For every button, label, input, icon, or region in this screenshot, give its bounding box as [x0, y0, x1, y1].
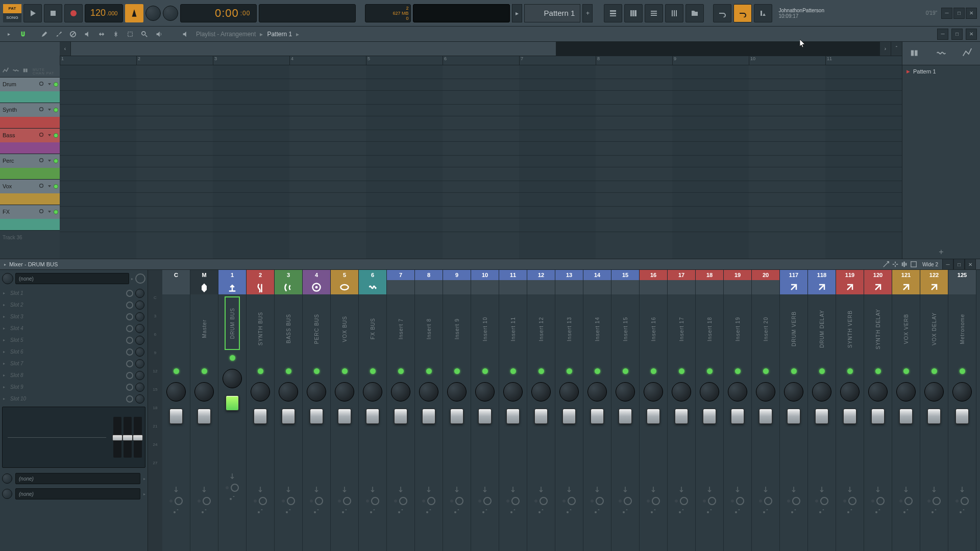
- slot-mix-knob[interactable]: [135, 394, 144, 404]
- metronome-button[interactable]: [125, 4, 143, 22]
- strip-mute-led[interactable]: [567, 368, 572, 374]
- strip-number[interactable]: 3: [275, 270, 302, 280]
- strip-number[interactable]: 122: [920, 270, 948, 280]
- output-knob-1[interactable]: [2, 473, 12, 484]
- strip-label[interactable]: Insert 19: [735, 294, 741, 363]
- strip-mute-led[interactable]: [679, 368, 684, 374]
- mixer-strip-125[interactable]: 125 Metronome ˆ: [948, 270, 976, 551]
- strip-label[interactable]: Insert 8: [426, 294, 432, 363]
- song-position[interactable]: [259, 4, 356, 22]
- track-body-3[interactable]: [0, 168, 60, 180]
- strip-route-icon[interactable]: [930, 486, 938, 493]
- pattern-song-toggle[interactable]: PAT SONG: [3, 4, 21, 22]
- mixer-layout-dropdown[interactable]: Wide 2: [918, 262, 942, 267]
- strip-pan-knob[interactable]: [531, 382, 551, 402]
- strip-label[interactable]: Insert 17: [679, 294, 684, 363]
- strip-select-chevron[interactable]: ˆ: [878, 509, 880, 515]
- strip-route-icon[interactable]: [509, 486, 517, 493]
- mixer-plugin-button[interactable]: [891, 260, 900, 269]
- strip-select-chevron[interactable]: ˆ: [738, 509, 740, 515]
- strip-volume-fader[interactable]: [254, 409, 267, 424]
- track-header-0[interactable]: Drum: [0, 78, 60, 91]
- strip-volume-fader[interactable]: [198, 409, 211, 424]
- fx-slot-7[interactable]: ▸Slot 7: [2, 358, 145, 369]
- track-mute-led[interactable]: [54, 210, 58, 214]
- strip-mute-led[interactable]: [875, 368, 881, 374]
- record-button[interactable]: [64, 4, 83, 22]
- strip-mute-led[interactable]: [454, 368, 460, 374]
- strip-select-chevron[interactable]: ˆ: [513, 509, 515, 515]
- mixer-strip-120[interactable]: 120 SYNTH DELAY ˆ: [864, 270, 892, 551]
- mixer-strip-2[interactable]: 2 SYNTH BUS ˆ: [247, 270, 275, 551]
- track-body-5[interactable]: [0, 219, 60, 231]
- picker-audio-tab[interactable]: [936, 47, 947, 60]
- strip-number[interactable]: 19: [724, 270, 751, 280]
- strip-mute-led[interactable]: [595, 368, 600, 374]
- strip-number[interactable]: 120: [864, 270, 892, 280]
- strip-number[interactable]: 20: [752, 270, 779, 280]
- strip-label[interactable]: SYNTH DELAY: [875, 294, 881, 363]
- strip-route-icon[interactable]: [762, 486, 769, 493]
- strip-pan-knob[interactable]: [587, 382, 607, 402]
- mixer-min-button[interactable]: ─: [942, 259, 953, 270]
- mixer-strip-117[interactable]: 117 DRUM VERB ˆ: [780, 270, 808, 551]
- tool-slice[interactable]: [110, 29, 121, 40]
- pattern-item[interactable]: ▶Pattern 1: [902, 65, 980, 78]
- strip-pan-knob[interactable]: [503, 382, 523, 402]
- playlist-grid[interactable]: ‹ › ˆ 1234567891011: [60, 42, 902, 259]
- strip-number[interactable]: 10: [471, 270, 499, 280]
- strip-route-icon[interactable]: [537, 486, 545, 493]
- strip-mute-led[interactable]: [707, 368, 713, 374]
- strip-route-icon[interactable]: [425, 486, 432, 493]
- tool-mute[interactable]: [82, 29, 93, 40]
- strip-select-chevron[interactable]: ˆ: [710, 509, 712, 515]
- close-button[interactable]: ✕: [966, 8, 977, 19]
- slot-mix-knob[interactable]: [135, 359, 144, 368]
- mixer-strip-19[interactable]: 19 Insert 19 ˆ: [724, 270, 752, 551]
- strip-label[interactable]: Insert 18: [707, 294, 713, 363]
- strip-label[interactable]: Master: [202, 294, 207, 363]
- strip-number[interactable]: 11: [499, 270, 527, 280]
- mixer-strip-17[interactable]: 17 Insert 17 ˆ: [668, 270, 696, 551]
- strip-select-chevron[interactable]: ˆ: [906, 509, 908, 515]
- mixer-strip-18[interactable]: 18 Insert 18 ˆ: [696, 270, 724, 551]
- mixer-strip-118[interactable]: 118 DRUM DELAY ˆ: [808, 270, 836, 551]
- strip-pan-knob[interactable]: [868, 382, 888, 402]
- strip-mute-led[interactable]: [903, 368, 909, 374]
- strip-label[interactable]: BASS BUS: [286, 294, 291, 363]
- strip-number[interactable]: M: [190, 270, 218, 280]
- mixer-strip-8[interactable]: 8 Insert 8 ˆ: [415, 270, 443, 551]
- fx-slot-5[interactable]: ▸Slot 5: [2, 334, 145, 346]
- strip-route-icon[interactable]: [622, 486, 629, 493]
- input-led[interactable]: [135, 273, 145, 284]
- strip-mute-led[interactable]: [763, 368, 769, 374]
- strip-route-icon[interactable]: [229, 472, 236, 480]
- strip-volume-fader[interactable]: [506, 409, 520, 424]
- tool-draw[interactable]: [39, 29, 50, 40]
- add-pattern-button[interactable]: +: [902, 245, 980, 259]
- slot-mix-knob[interactable]: [135, 371, 144, 380]
- strip-pan-knob[interactable]: [924, 382, 944, 402]
- mixer-strip-1[interactable]: 1 DRUM BUS ˆ: [218, 270, 247, 551]
- tool-slip[interactable]: [96, 29, 107, 40]
- strip-pan-knob[interactable]: [840, 382, 860, 402]
- strip-mute-led[interactable]: [819, 368, 825, 374]
- strip-pan-knob[interactable]: [784, 382, 803, 402]
- input-knob[interactable]: [2, 273, 13, 284]
- track-header-4[interactable]: Vox: [0, 180, 60, 193]
- strip-volume-fader[interactable]: [169, 409, 183, 424]
- mixer-strip-119[interactable]: 119 SYNTH VERB ˆ: [836, 270, 864, 551]
- strip-route-icon[interactable]: [397, 486, 404, 493]
- slot-enable-led[interactable]: [126, 313, 133, 320]
- play-button[interactable]: [23, 4, 42, 22]
- strip-mute-led[interactable]: [623, 368, 628, 374]
- mixer-strip-6[interactable]: 6 FX BUS ˆ: [359, 270, 387, 551]
- strip-select-chevron[interactable]: ˆ: [485, 509, 487, 515]
- strip-pan-knob[interactable]: [559, 382, 579, 402]
- strip-select-chevron[interactable]: ˆ: [345, 509, 347, 515]
- strip-label[interactable]: Insert 12: [538, 294, 544, 363]
- tool-paint[interactable]: [53, 29, 64, 40]
- slot-mix-knob[interactable]: [135, 289, 144, 298]
- track-mute-led[interactable]: [54, 82, 58, 87]
- playlist-max-button[interactable]: □: [951, 29, 963, 40]
